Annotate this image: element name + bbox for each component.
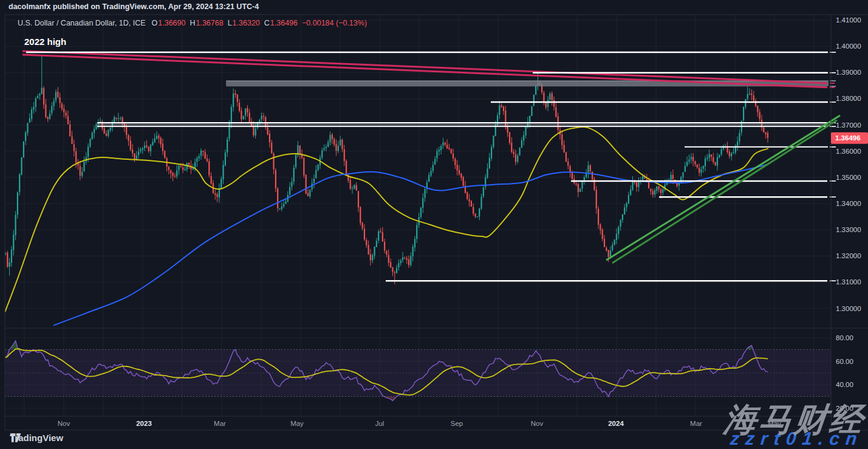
svg-text:Mar: Mar — [214, 420, 226, 427]
svg-text:1.35000: 1.35000 — [836, 174, 861, 181]
watermark-cn-text: 海马财经 — [722, 403, 867, 436]
svg-text:May: May — [290, 420, 304, 427]
tradingview-logo-icon — [10, 433, 22, 443]
svg-text:40.00: 40.00 — [836, 381, 853, 388]
svg-text:1.38000: 1.38000 — [836, 95, 861, 102]
svg-text:Jul: Jul — [375, 420, 384, 427]
svg-text:1.40000: 1.40000 — [836, 43, 861, 50]
attribution: dacolmanfx published on TradingView.com,… — [9, 2, 259, 11]
svg-text:1.37000: 1.37000 — [836, 122, 861, 129]
open-label: O — [152, 19, 158, 27]
close-value: 1.36496 — [270, 19, 298, 27]
tradingview-brand-link[interactable]: TradingView — [10, 433, 63, 443]
tradingview-published-chart: 1.410001.400001.390001.380001.370001.360… — [0, 0, 868, 449]
low-label: L — [228, 19, 232, 27]
svg-text:1.41000: 1.41000 — [836, 16, 861, 24]
svg-text:1.31000: 1.31000 — [836, 278, 861, 286]
high-label: H — [190, 19, 195, 27]
svg-text:1.30000: 1.30000 — [836, 305, 861, 312]
high-value: 1.36768 — [196, 19, 223, 27]
low-value: 1.36320 — [233, 19, 260, 27]
change-value: −0.00184 (−0.13%) — [302, 19, 367, 27]
open-value: 1.36690 — [158, 19, 185, 27]
svg-text:Nov: Nov — [58, 420, 70, 427]
svg-text:1.33000: 1.33000 — [836, 226, 861, 233]
symbol-title[interactable]: U.S. Dollar / Canadian Dollar, 1D, ICE — [18, 19, 146, 27]
svg-text:1.34000: 1.34000 — [836, 200, 861, 207]
svg-text:80.00: 80.00 — [836, 334, 853, 341]
svg-text:1.39000: 1.39000 — [836, 69, 861, 76]
annotation-2022-high: 2022 high — [24, 36, 66, 47]
last-price-badge: 1.36496 — [831, 132, 868, 144]
svg-text:2024: 2024 — [608, 420, 624, 427]
svg-text:1.36000: 1.36000 — [836, 148, 861, 155]
svg-text:1.36496: 1.36496 — [835, 134, 861, 142]
symbol-legend: U.S. Dollar / Canadian Dollar, 1D, ICEO1… — [18, 19, 367, 27]
svg-text:Nov: Nov — [531, 420, 544, 427]
svg-text:Mar: Mar — [690, 420, 702, 427]
close-label: C — [264, 19, 270, 27]
svg-text:Sep: Sep — [451, 420, 463, 427]
chart-canvas[interactable]: 1.410001.400001.390001.380001.370001.360… — [0, 0, 868, 449]
svg-text:1.32000: 1.32000 — [836, 252, 861, 259]
svg-text:2023: 2023 — [136, 420, 152, 427]
svg-text:60.00: 60.00 — [836, 358, 853, 365]
watermark: 海马财经 zzrt01.cn — [721, 403, 867, 448]
